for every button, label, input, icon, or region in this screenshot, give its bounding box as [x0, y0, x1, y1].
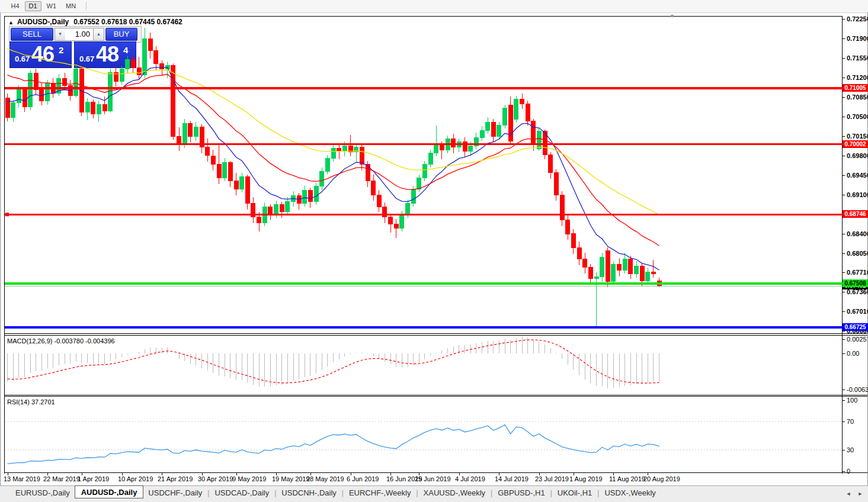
time-axis-label: 25 Jun 2019 [415, 475, 451, 482]
price-level-badge: 0.68746 [843, 210, 868, 218]
chart-tab-usdcad-daily[interactable]: USDCAD-,Daily [210, 486, 274, 499]
chart-tab-ukoil-h1[interactable]: UKOil-,H1 [553, 486, 597, 499]
candle-body [469, 146, 473, 151]
time-axis-label: 28 May 2019 [306, 475, 344, 482]
candle-body [531, 121, 536, 145]
rsi-panel-canvas[interactable] [5, 396, 843, 472]
candle-body [194, 127, 198, 136]
candle-body [85, 102, 89, 112]
price-level-badge: 0.70002 [843, 140, 868, 148]
macd-divider-top [4, 333, 868, 334]
candle-body [320, 171, 324, 186]
timeframe-button-d1[interactable]: D1 [25, 1, 41, 11]
candle-body [17, 90, 21, 103]
price-axis-tick [842, 58, 845, 59]
candle-body [583, 259, 587, 267]
candle-body [131, 60, 135, 67]
candle-body [417, 178, 421, 189]
candle-body [451, 139, 456, 147]
price-axis-label: 0.72250 [847, 15, 868, 22]
rsi-line [8, 425, 659, 464]
price-axis-label: 0.71550 [847, 54, 868, 62]
line-anchor-marker[interactable] [5, 213, 9, 216]
candle-body [640, 266, 644, 281]
chart-tab-eurusd-daily[interactable]: EURUSD-,Daily [11, 486, 75, 499]
time-axis-label: 19 May 2019 [272, 475, 310, 482]
candle-body [577, 248, 581, 259]
window-left-edge [0, 12, 1, 502]
time-axis-label: 13 Mar 2019 [4, 475, 40, 482]
candle-body [560, 195, 564, 220]
chart-tab-xauusd-weekly[interactable]: XAUUSD-,Weekly [419, 486, 491, 499]
price-level-badge: 0.66725 [843, 323, 868, 331]
candle-body [103, 104, 107, 111]
chart-tab-usdcnh-daily[interactable]: USDCNH-,Daily [277, 486, 341, 499]
candle-body [606, 250, 610, 281]
candle-body [411, 189, 415, 204]
macd-axis-tick [842, 353, 845, 354]
candle-body [423, 164, 427, 178]
candle-body [108, 73, 113, 111]
tab-scroll-right-button[interactable]: ► [856, 490, 865, 498]
candle-body [211, 156, 215, 164]
price-axis-label: 0.71900 [847, 35, 868, 42]
chart-tab-eurchf-weekly[interactable]: EURCHF-,Weekly [344, 486, 416, 499]
candle-body [143, 38, 147, 75]
time-axis-label: 10 Apr 2019 [118, 475, 153, 482]
candle-body [28, 73, 33, 107]
candle-body [366, 164, 370, 181]
candle-body [217, 164, 221, 178]
candle-body [617, 265, 622, 270]
candle-body [314, 186, 318, 201]
tab-scroll-left-button[interactable]: ◄ [844, 490, 853, 498]
rsi-axis-label: 70 [847, 418, 854, 425]
macd-panel-canvas[interactable] [5, 335, 843, 395]
chart-tab-usdchf-daily[interactable]: USDCHF-,Daily [143, 486, 207, 499]
candle-body [503, 108, 507, 125]
candle-body [303, 190, 307, 203]
macd-label: MACD(12,26,9) -0.003780 -0.004396 [7, 337, 115, 345]
timeframe-toolbar: H4D1W1MN [0, 0, 868, 13]
macd-axis-label: 0.002574 [847, 336, 868, 343]
chart-tab-gbpusd-h1[interactable]: GBPUSD-,H1 [493, 486, 549, 499]
candle-body [63, 78, 67, 85]
candle-body [588, 268, 592, 279]
price-axis-tick [842, 195, 845, 195]
chart-tab-usdx-weekly[interactable]: USDX-,Weekly [600, 486, 660, 499]
rsi-axis-tick [842, 400, 845, 401]
candle-body [188, 123, 193, 136]
chart-tab-bar: EURUSD-,DailyAUDUSD-,DailyUSDCHF-,Daily|… [0, 485, 868, 501]
candle-body [182, 123, 187, 143]
candle-body [497, 125, 501, 136]
candle-body [389, 217, 393, 224]
candle-body [148, 38, 152, 51]
timeframe-button-h4[interactable]: H4 [7, 1, 23, 11]
time-axis-label: 21 Apr 2019 [158, 475, 193, 482]
candle-body [5, 98, 9, 118]
candle-body [508, 105, 513, 141]
price-axis-label: 0.68050 [847, 250, 868, 257]
price-axis-label: 0.70850 [847, 94, 868, 101]
price-chart-canvas[interactable] [5, 17, 843, 333]
candle-body [400, 214, 404, 229]
candle-body [234, 181, 238, 189]
candle-body [240, 177, 244, 189]
timeframe-button-mn[interactable]: MN [62, 1, 80, 11]
price-level-badge: 0.71005 [843, 84, 868, 92]
candle-body [74, 69, 78, 95]
candle-body [342, 146, 347, 151]
candle-body [206, 147, 210, 156]
price-axis-label: 0.69100 [847, 191, 868, 198]
candle-body [126, 60, 130, 69]
price-axis-tick [842, 292, 845, 292]
candle-body [223, 162, 227, 178]
timeframe-button-w1[interactable]: W1 [43, 1, 61, 11]
rsi-axis-tick [842, 471, 845, 472]
candle-body [537, 131, 542, 149]
candle-body [91, 102, 95, 114]
candle-body [245, 177, 249, 203]
price-axis-tick [842, 97, 845, 98]
chart-tab-audusd-daily[interactable]: AUDUSD-,Daily [75, 485, 144, 498]
time-axis-label: 20 Aug 2019 [643, 475, 680, 482]
candle-body [257, 217, 261, 223]
